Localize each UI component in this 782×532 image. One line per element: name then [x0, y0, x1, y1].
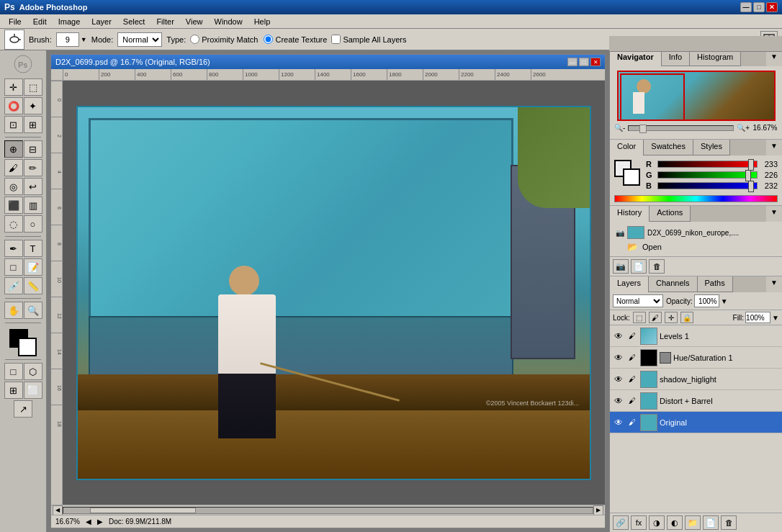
- color-collapse-btn[interactable]: ▼: [766, 140, 782, 155]
- navigator-preview[interactable]: [617, 71, 776, 121]
- tab-styles[interactable]: Styles: [693, 140, 730, 155]
- opacity-dropdown[interactable]: ▼: [721, 297, 728, 305]
- zoom-in-icon[interactable]: 🔍+: [737, 124, 750, 132]
- tab-color[interactable]: Color: [610, 140, 644, 155]
- dodge-tool[interactable]: ○: [24, 215, 42, 233]
- scroll-thumb-h[interactable]: [90, 508, 196, 513]
- opacity-input[interactable]: [694, 294, 719, 307]
- proximity-match-input[interactable]: [190, 35, 199, 44]
- eyedropper-tool[interactable]: 💉: [4, 277, 23, 294]
- zoom-out-icon[interactable]: 🔍-: [614, 124, 625, 132]
- heal-tool[interactable]: ⊕: [4, 140, 23, 158]
- history-item-open[interactable]: 📂 Open: [613, 240, 779, 253]
- history-collapse-btn[interactable]: ▼: [766, 206, 782, 222]
- minimize-button[interactable]: —: [740, 2, 752, 12]
- menu-item-edit[interactable]: Edit: [27, 16, 53, 27]
- mode-select[interactable]: Normal: [117, 32, 162, 47]
- zoom-slider-thumb[interactable]: [639, 125, 647, 133]
- tab-histogram[interactable]: Histogram: [690, 50, 741, 66]
- doc-close-button[interactable]: ✕: [590, 58, 601, 66]
- menu-item-file[interactable]: File: [3, 16, 27, 27]
- jump-to-imageready[interactable]: ↗: [14, 400, 32, 418]
- blur-tool[interactable]: ◌: [4, 215, 23, 233]
- brush-size-control[interactable]: 9 ▼: [56, 32, 87, 47]
- lock-position-btn[interactable]: ✛: [665, 312, 678, 323]
- scroll-left-button[interactable]: ◀: [53, 505, 63, 515]
- proximity-match-radio[interactable]: Proximity Match: [190, 35, 258, 44]
- color-background-swatch[interactable]: [623, 168, 640, 186]
- menu-item-filter[interactable]: Filter: [150, 16, 179, 27]
- scroll-right-button[interactable]: ▶: [593, 505, 603, 515]
- tab-channels[interactable]: Channels: [649, 276, 697, 292]
- magic-wand-tool[interactable]: ✦: [24, 97, 42, 114]
- scroll-track-h[interactable]: [63, 507, 593, 514]
- lock-all-btn[interactable]: 🔒: [680, 312, 693, 323]
- layers-add-style-btn[interactable]: fx: [631, 515, 647, 530]
- layer-eye-original[interactable]: 👁: [613, 417, 624, 428]
- layers-collapse-btn[interactable]: ▼: [766, 276, 782, 292]
- tab-swatches[interactable]: Swatches: [644, 140, 693, 155]
- layer-item-hue[interactable]: 👁 🖌 Hue/Saturation 1: [610, 347, 782, 369]
- sample-all-input[interactable]: [331, 35, 341, 44]
- canvas-image[interactable]: ©2005 Vincent Bockaert 123di...: [76, 106, 591, 480]
- menu-item-layer[interactable]: Layer: [86, 16, 117, 27]
- menu-item-view[interactable]: View: [180, 16, 209, 27]
- status-arrow-right[interactable]: ▶: [97, 518, 103, 526]
- brush-dropdown-arrow[interactable]: ▼: [81, 36, 87, 43]
- lasso-tool[interactable]: ⭕: [4, 97, 23, 114]
- layer-item-distort[interactable]: 👁 🖌 Distort + Barrel: [610, 390, 782, 412]
- layers-link-btn[interactable]: 🔗: [613, 515, 629, 530]
- layer-eye-levels[interactable]: 👁: [613, 330, 624, 342]
- lock-pixels-btn[interactable]: 🖌: [649, 312, 662, 323]
- red-slider-thumb[interactable]: [748, 159, 754, 171]
- brush-tool[interactable]: 🖌: [4, 159, 23, 176]
- green-slider-thumb[interactable]: [745, 170, 751, 181]
- layer-item-shadow[interactable]: 👁 🖌 shadow_higlight: [610, 369, 782, 390]
- blue-slider-thumb[interactable]: [748, 181, 754, 192]
- sample-all-layers-checkbox[interactable]: Sample All Layers: [331, 35, 406, 44]
- fill-dropdown[interactable]: ▼: [772, 314, 779, 322]
- layers-add-mask-btn[interactable]: ◑: [649, 515, 665, 530]
- tab-actions[interactable]: Actions: [650, 206, 691, 222]
- screen-mode[interactable]: ⊞: [4, 382, 23, 399]
- green-slider-track[interactable]: [657, 171, 758, 179]
- layers-delete-btn[interactable]: 🗑: [721, 515, 737, 530]
- red-slider-track[interactable]: [657, 161, 758, 168]
- lock-transparent-btn[interactable]: ⬚: [633, 312, 646, 323]
- tab-history[interactable]: History: [610, 206, 650, 222]
- slice-tool[interactable]: ⊞: [24, 116, 42, 133]
- doc-minimize-button[interactable]: —: [567, 58, 577, 66]
- history-delete-state[interactable]: 🗑: [649, 259, 665, 274]
- history-create-snapshot[interactable]: 📷: [613, 259, 629, 274]
- standard-mode[interactable]: □: [4, 363, 23, 380]
- crop-tool[interactable]: ⊡: [4, 116, 23, 133]
- tab-navigator[interactable]: Navigator: [610, 50, 662, 66]
- text-tool[interactable]: T: [24, 240, 42, 257]
- pen-tool[interactable]: ✒: [4, 240, 23, 257]
- layer-eye-shadow[interactable]: 👁: [613, 374, 624, 385]
- layers-new-layer-btn[interactable]: 📄: [703, 515, 719, 530]
- layer-eye-distort[interactable]: 👁: [613, 395, 624, 407]
- pencil-tool[interactable]: ✏: [24, 159, 42, 176]
- marquee-tool[interactable]: ⬚: [24, 78, 42, 96]
- menu-item-window[interactable]: Window: [209, 16, 248, 27]
- measure-tool[interactable]: 📏: [24, 277, 42, 294]
- history-brush-tool[interactable]: ↩: [24, 178, 42, 195]
- layers-new-fill-btn[interactable]: ◐: [667, 515, 683, 530]
- background-color[interactable]: [18, 338, 37, 356]
- hand-tool[interactable]: ✋: [4, 302, 23, 319]
- layer-item-levels[interactable]: 👁 🖌 Levels 1: [610, 325, 782, 347]
- layer-eye-hue[interactable]: 👁: [613, 352, 624, 364]
- menu-item-image[interactable]: Image: [53, 16, 86, 27]
- doc-maximize-button[interactable]: □: [579, 58, 589, 66]
- zoom-tool[interactable]: 🔍: [24, 302, 42, 319]
- layer-item-original[interactable]: 👁 🖌 Original: [610, 412, 782, 433]
- tab-paths[interactable]: Paths: [698, 276, 733, 292]
- canvas-viewport[interactable]: ©2005 Vincent Bockaert 123di...: [63, 81, 605, 505]
- create-texture-radio[interactable]: Create Texture: [264, 35, 327, 44]
- horizontal-scrollbar[interactable]: ◀ ▶: [51, 505, 605, 515]
- patch-tool[interactable]: ⊟: [24, 140, 42, 158]
- tab-layers[interactable]: Layers: [610, 276, 649, 292]
- eraser-tool[interactable]: ⬛: [4, 197, 23, 214]
- quick-mask[interactable]: ⬡: [24, 363, 42, 380]
